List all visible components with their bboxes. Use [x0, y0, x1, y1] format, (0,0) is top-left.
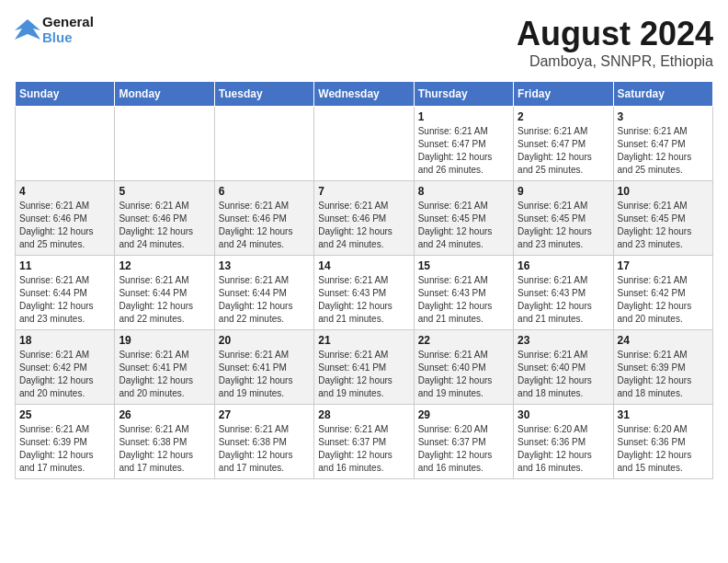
day-number: 29	[418, 408, 509, 421]
weekday-header-friday: Friday	[514, 82, 613, 107]
title-block: August 2024 Damboya, SNNPR, Ethiopia	[517, 15, 713, 70]
day-info: Sunrise: 6:21 AM Sunset: 6:37 PM Dayligh…	[318, 423, 409, 475]
logo-general: General	[42, 15, 94, 30]
day-info: Sunrise: 6:21 AM Sunset: 6:46 PM Dayligh…	[19, 200, 110, 251]
day-number: 30	[518, 408, 609, 421]
calendar-cell: 31Sunrise: 6:20 AM Sunset: 6:36 PM Dayli…	[613, 405, 712, 479]
day-info: Sunrise: 6:21 AM Sunset: 6:45 PM Dayligh…	[418, 200, 509, 251]
calendar-cell: 24Sunrise: 6:21 AM Sunset: 6:39 PM Dayli…	[613, 330, 712, 405]
day-number: 31	[618, 408, 709, 421]
day-number: 3	[618, 110, 709, 123]
logo: General Blue	[15, 15, 94, 45]
calendar-cell: 29Sunrise: 6:20 AM Sunset: 6:37 PM Dayli…	[414, 405, 513, 479]
day-number: 22	[418, 334, 509, 347]
day-info: Sunrise: 6:21 AM Sunset: 6:39 PM Dayligh…	[19, 423, 110, 475]
day-number: 28	[318, 408, 409, 421]
day-number: 11	[19, 259, 110, 272]
day-number: 9	[518, 185, 609, 198]
day-info: Sunrise: 6:21 AM Sunset: 6:38 PM Dayligh…	[119, 423, 210, 475]
calendar-cell: 7Sunrise: 6:21 AM Sunset: 6:46 PM Daylig…	[314, 181, 414, 256]
day-info: Sunrise: 6:21 AM Sunset: 6:47 PM Dayligh…	[518, 125, 609, 177]
day-number: 4	[19, 185, 110, 198]
day-info: Sunrise: 6:21 AM Sunset: 6:42 PM Dayligh…	[618, 274, 709, 326]
day-info: Sunrise: 6:20 AM Sunset: 6:36 PM Dayligh…	[518, 423, 609, 475]
day-number: 21	[318, 334, 409, 347]
day-info: Sunrise: 6:21 AM Sunset: 6:38 PM Dayligh…	[219, 423, 310, 475]
day-number: 5	[119, 185, 210, 198]
page-header: General Blue August 2024 Damboya, SNNPR,…	[15, 15, 713, 70]
day-number: 18	[19, 334, 110, 347]
day-number: 19	[119, 334, 210, 347]
calendar-cell: 27Sunrise: 6:21 AM Sunset: 6:38 PM Dayli…	[214, 405, 313, 479]
day-info: Sunrise: 6:21 AM Sunset: 6:42 PM Dayligh…	[19, 349, 110, 400]
day-number: 23	[518, 334, 609, 347]
calendar-cell: 19Sunrise: 6:21 AM Sunset: 6:41 PM Dayli…	[115, 330, 214, 405]
calendar-cell: 25Sunrise: 6:21 AM Sunset: 6:39 PM Dayli…	[16, 405, 115, 479]
weekday-header-tuesday: Tuesday	[214, 82, 313, 107]
day-info: Sunrise: 6:20 AM Sunset: 6:36 PM Dayligh…	[618, 423, 709, 475]
svg-marker-0	[15, 19, 40, 40]
logo-text: General Blue	[15, 15, 94, 45]
calendar-cell: 2Sunrise: 6:21 AM Sunset: 6:47 PM Daylig…	[514, 107, 613, 181]
logo-blue: Blue	[42, 30, 94, 46]
day-info: Sunrise: 6:21 AM Sunset: 6:46 PM Dayligh…	[318, 200, 409, 251]
day-info: Sunrise: 6:21 AM Sunset: 6:43 PM Dayligh…	[318, 274, 409, 326]
day-number: 27	[219, 408, 310, 421]
calendar-cell: 21Sunrise: 6:21 AM Sunset: 6:41 PM Dayli…	[314, 330, 414, 405]
day-number: 7	[318, 185, 409, 198]
month-year: August 2024	[517, 15, 713, 53]
calendar-cell: 8Sunrise: 6:21 AM Sunset: 6:45 PM Daylig…	[414, 181, 513, 256]
weekday-header-wednesday: Wednesday	[314, 82, 414, 107]
weekday-header-monday: Monday	[115, 82, 214, 107]
calendar-cell: 12Sunrise: 6:21 AM Sunset: 6:44 PM Dayli…	[115, 256, 214, 330]
calendar-week-4: 18Sunrise: 6:21 AM Sunset: 6:42 PM Dayli…	[16, 330, 713, 405]
day-info: Sunrise: 6:21 AM Sunset: 6:43 PM Dayligh…	[518, 274, 609, 326]
weekday-header-sunday: Sunday	[16, 82, 115, 107]
calendar-cell: 28Sunrise: 6:21 AM Sunset: 6:37 PM Dayli…	[314, 405, 414, 479]
day-number: 8	[418, 185, 509, 198]
day-info: Sunrise: 6:21 AM Sunset: 6:41 PM Dayligh…	[119, 349, 210, 400]
calendar-cell: 17Sunrise: 6:21 AM Sunset: 6:42 PM Dayli…	[613, 256, 712, 330]
calendar-cell: 16Sunrise: 6:21 AM Sunset: 6:43 PM Dayli…	[514, 256, 613, 330]
day-info: Sunrise: 6:21 AM Sunset: 6:44 PM Dayligh…	[119, 274, 210, 326]
day-number: 16	[518, 259, 609, 272]
calendar-cell: 9Sunrise: 6:21 AM Sunset: 6:45 PM Daylig…	[514, 181, 613, 256]
day-info: Sunrise: 6:21 AM Sunset: 6:40 PM Dayligh…	[518, 349, 609, 400]
weekday-header-thursday: Thursday	[414, 82, 513, 107]
calendar-cell: 1Sunrise: 6:21 AM Sunset: 6:47 PM Daylig…	[414, 107, 513, 181]
calendar-cell	[16, 107, 115, 181]
calendar-week-5: 25Sunrise: 6:21 AM Sunset: 6:39 PM Dayli…	[16, 405, 713, 479]
day-info: Sunrise: 6:21 AM Sunset: 6:47 PM Dayligh…	[418, 125, 509, 177]
calendar-cell	[314, 107, 414, 181]
day-number: 2	[518, 110, 609, 123]
day-info: Sunrise: 6:21 AM Sunset: 6:41 PM Dayligh…	[219, 349, 310, 400]
day-info: Sunrise: 6:21 AM Sunset: 6:44 PM Dayligh…	[19, 274, 110, 326]
calendar-cell: 11Sunrise: 6:21 AM Sunset: 6:44 PM Dayli…	[16, 256, 115, 330]
calendar-week-2: 4Sunrise: 6:21 AM Sunset: 6:46 PM Daylig…	[16, 181, 713, 256]
calendar-cell: 20Sunrise: 6:21 AM Sunset: 6:41 PM Dayli…	[214, 330, 313, 405]
calendar-cell: 22Sunrise: 6:21 AM Sunset: 6:40 PM Dayli…	[414, 330, 513, 405]
day-number: 17	[618, 259, 709, 272]
day-info: Sunrise: 6:21 AM Sunset: 6:45 PM Dayligh…	[618, 200, 709, 251]
location: Damboya, SNNPR, Ethiopia	[517, 53, 713, 70]
calendar-cell: 13Sunrise: 6:21 AM Sunset: 6:44 PM Dayli…	[214, 256, 313, 330]
weekday-header-row: SundayMondayTuesdayWednesdayThursdayFrid…	[16, 82, 713, 107]
day-number: 24	[618, 334, 709, 347]
day-info: Sunrise: 6:20 AM Sunset: 6:37 PM Dayligh…	[418, 423, 509, 475]
calendar-week-1: 1Sunrise: 6:21 AM Sunset: 6:47 PM Daylig…	[16, 107, 713, 181]
logo-bird-icon	[15, 17, 40, 43]
day-info: Sunrise: 6:21 AM Sunset: 6:47 PM Dayligh…	[618, 125, 709, 177]
calendar-cell: 3Sunrise: 6:21 AM Sunset: 6:47 PM Daylig…	[613, 107, 712, 181]
calendar-week-3: 11Sunrise: 6:21 AM Sunset: 6:44 PM Dayli…	[16, 256, 713, 330]
day-info: Sunrise: 6:21 AM Sunset: 6:46 PM Dayligh…	[219, 200, 310, 251]
day-info: Sunrise: 6:21 AM Sunset: 6:44 PM Dayligh…	[219, 274, 310, 326]
calendar-cell: 18Sunrise: 6:21 AM Sunset: 6:42 PM Dayli…	[16, 330, 115, 405]
calendar-cell: 5Sunrise: 6:21 AM Sunset: 6:46 PM Daylig…	[115, 181, 214, 256]
day-info: Sunrise: 6:21 AM Sunset: 6:45 PM Dayligh…	[518, 200, 609, 251]
calendar-cell: 15Sunrise: 6:21 AM Sunset: 6:43 PM Dayli…	[414, 256, 513, 330]
day-info: Sunrise: 6:21 AM Sunset: 6:41 PM Dayligh…	[318, 349, 409, 400]
day-number: 20	[219, 334, 310, 347]
calendar-cell: 30Sunrise: 6:20 AM Sunset: 6:36 PM Dayli…	[514, 405, 613, 479]
day-number: 25	[19, 408, 110, 421]
calendar-cell: 4Sunrise: 6:21 AM Sunset: 6:46 PM Daylig…	[16, 181, 115, 256]
